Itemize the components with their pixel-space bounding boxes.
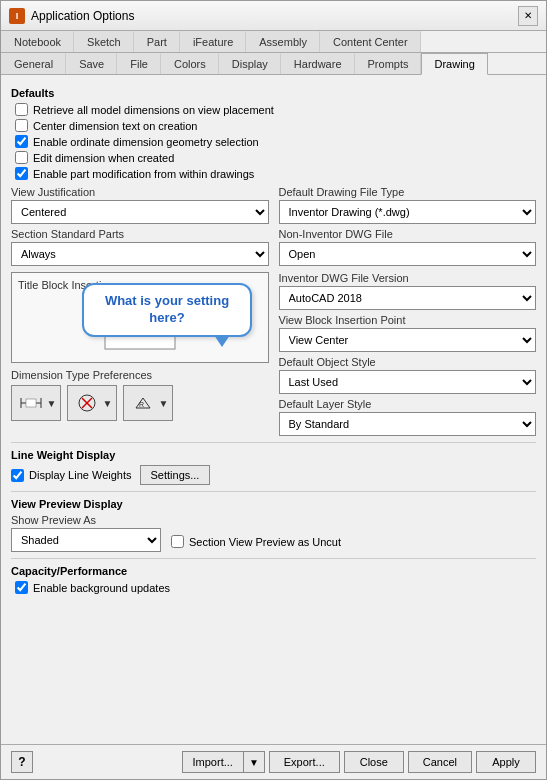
tab-general[interactable]: General xyxy=(1,53,66,74)
default-object-style-group: Default Object Style Last Used xyxy=(279,356,537,394)
show-preview-select[interactable]: Shaded xyxy=(11,528,161,552)
section-std-row: Section Standard Parts Always Non-Invent… xyxy=(11,228,536,266)
settings-button[interactable]: Settings... xyxy=(140,465,211,485)
non-inventor-dwg-group: Non-Inventor DWG File Open xyxy=(279,228,537,266)
main-content: Defaults Retrieve all model dimensions o… xyxy=(1,75,546,744)
section-view-preview-row: Section View Preview as Uncut xyxy=(171,535,341,548)
separator-2 xyxy=(11,491,536,492)
dim-icon-btn-3[interactable]: R ▼ xyxy=(123,385,173,421)
default-drawing-file-label: Default Drawing File Type xyxy=(279,186,537,198)
title-block-row: Title Block Insertion What is your setti… xyxy=(11,272,536,436)
cancel-button[interactable]: Cancel xyxy=(408,751,472,773)
tab-file[interactable]: File xyxy=(117,53,161,74)
view-justification-group: View Justification Centered xyxy=(11,186,269,224)
default-layer-style-select[interactable]: By Standard xyxy=(279,412,537,436)
import-dropdown-arrow[interactable]: ▼ xyxy=(243,751,265,773)
view-justification-row: View Justification Centered Default Draw… xyxy=(11,186,536,224)
tab-drawing[interactable]: Drawing xyxy=(421,53,487,75)
checkbox-enable-part: Enable part modification from within dra… xyxy=(15,167,536,180)
checkbox-retrieve: Retrieve all model dimensions on view pl… xyxy=(15,103,536,116)
app-icon: I xyxy=(9,8,25,24)
close-button[interactable]: Close xyxy=(344,751,404,773)
title-bar-left: I Application Options xyxy=(9,8,134,24)
section-std-select[interactable]: Always xyxy=(11,242,269,266)
footer: ? Import... ▼ Export... Close Cancel App… xyxy=(1,744,546,779)
checkbox-ordinate: Enable ordinate dimension geometry selec… xyxy=(15,135,536,148)
import-group: Import... ▼ xyxy=(182,751,265,773)
checkbox-retrieve-input[interactable] xyxy=(15,103,28,116)
default-object-style-select[interactable]: Last Used xyxy=(279,370,537,394)
checkbox-ordinate-input[interactable] xyxy=(15,135,28,148)
non-inventor-dwg-select[interactable]: Open xyxy=(279,242,537,266)
checkbox-bg-updates-input[interactable] xyxy=(15,581,28,594)
tab-assembly[interactable]: Assembly xyxy=(246,31,320,52)
export-button[interactable]: Export... xyxy=(269,751,340,773)
view-block-label: View Block Insertion Point xyxy=(279,314,537,326)
default-drawing-file-select[interactable]: Inventor Drawing (*.dwg) xyxy=(279,200,537,224)
checkbox-line-weight-input[interactable] xyxy=(11,469,24,482)
checkbox-enable-part-input[interactable] xyxy=(15,167,28,180)
checkbox-edit-dim-label: Edit dimension when created xyxy=(33,152,174,164)
apply-button[interactable]: Apply xyxy=(476,751,536,773)
speech-bubble: What is your setting here? xyxy=(82,283,252,337)
tab-display[interactable]: Display xyxy=(219,53,281,74)
checkbox-center: Center dimension text on creation xyxy=(15,119,536,132)
separator-1 xyxy=(11,442,536,443)
tab-part[interactable]: Part xyxy=(134,31,180,52)
checkbox-bg-updates: Enable background updates xyxy=(15,581,536,594)
default-drawing-file-group: Default Drawing File Type Inventor Drawi… xyxy=(279,186,537,224)
checkbox-edit-dim: Edit dimension when created xyxy=(15,151,536,164)
tab-hardware[interactable]: Hardware xyxy=(281,53,355,74)
tab-save[interactable]: Save xyxy=(66,53,117,74)
checkbox-line-weight-label: Display Line Weights xyxy=(29,469,132,481)
tab-content-center[interactable]: Content Center xyxy=(320,31,421,52)
import-button[interactable]: Import... xyxy=(182,751,243,773)
show-preview-group: Show Preview As Shaded xyxy=(11,514,161,552)
capacity-label: Capacity/Performance xyxy=(11,565,536,577)
dimension-type-label: Dimension Type Preferences xyxy=(11,369,269,381)
default-layer-style-group: Default Layer Style By Standard xyxy=(279,398,537,436)
non-inventor-dwg-label: Non-Inventor DWG File xyxy=(279,228,537,240)
checkbox-bg-updates-label: Enable background updates xyxy=(33,582,170,594)
right-dropdowns: Inventor DWG File Version AutoCAD 2018 V… xyxy=(279,272,537,436)
tab-ifeature[interactable]: iFeature xyxy=(180,31,246,52)
view-preview-label: View Preview Display xyxy=(11,498,536,510)
checkbox-retrieve-label: Retrieve all model dimensions on view pl… xyxy=(33,104,274,116)
view-justification-select[interactable]: Centered xyxy=(11,200,269,224)
section-std-group: Section Standard Parts Always xyxy=(11,228,269,266)
default-object-style-label: Default Object Style xyxy=(279,356,537,368)
tab-sketch[interactable]: Sketch xyxy=(74,31,134,52)
tab-colors[interactable]: Colors xyxy=(161,53,219,74)
separator-3 xyxy=(11,558,536,559)
svg-text:R: R xyxy=(139,401,144,408)
inventor-dwg-version-group: Inventor DWG File Version AutoCAD 2018 xyxy=(279,272,537,310)
dim-icon-btn-2[interactable]: ▼ xyxy=(67,385,117,421)
application-options-dialog: I Application Options ✕ Notebook Sketch … xyxy=(0,0,547,780)
section-std-label: Section Standard Parts xyxy=(11,228,269,240)
help-button[interactable]: ? xyxy=(11,751,33,773)
inventor-dwg-version-select[interactable]: AutoCAD 2018 xyxy=(279,286,537,310)
checkbox-center-input[interactable] xyxy=(15,119,28,132)
title-block-box: Title Block Insertion What is your setti… xyxy=(11,272,269,363)
tabs-row1: Notebook Sketch Part iFeature Assembly C… xyxy=(1,31,546,53)
checkbox-line-weight: Display Line Weights xyxy=(11,469,132,482)
tabs-row2: General Save File Colors Display Hardwar… xyxy=(1,53,546,75)
view-preview-row: Show Preview As Shaded Section View Prev… xyxy=(11,514,536,552)
tab-notebook[interactable]: Notebook xyxy=(1,31,74,52)
checkbox-edit-dim-input[interactable] xyxy=(15,151,28,164)
section-view-preview-input[interactable] xyxy=(171,535,184,548)
inventor-dwg-version-label: Inventor DWG File Version xyxy=(279,272,537,284)
dimension-type-icons: ▼ ▼ xyxy=(11,385,269,421)
close-icon[interactable]: ✕ xyxy=(518,6,538,26)
line-weight-label: Line Weight Display xyxy=(11,449,536,461)
checkbox-center-label: Center dimension text on creation xyxy=(33,120,197,132)
dim-icon-btn-1[interactable]: ▼ xyxy=(11,385,61,421)
view-block-group: View Block Insertion Point View Center xyxy=(279,314,537,352)
dim-btn-arrow-3: ▼ xyxy=(159,398,169,409)
view-justification-label: View Justification xyxy=(11,186,269,198)
tab-prompts[interactable]: Prompts xyxy=(355,53,422,74)
speech-bubble-container: What is your setting here? xyxy=(82,283,252,337)
title-bar: I Application Options ✕ xyxy=(1,1,546,31)
view-block-select[interactable]: View Center xyxy=(279,328,537,352)
checkbox-enable-part-label: Enable part modification from within dra… xyxy=(33,168,254,180)
